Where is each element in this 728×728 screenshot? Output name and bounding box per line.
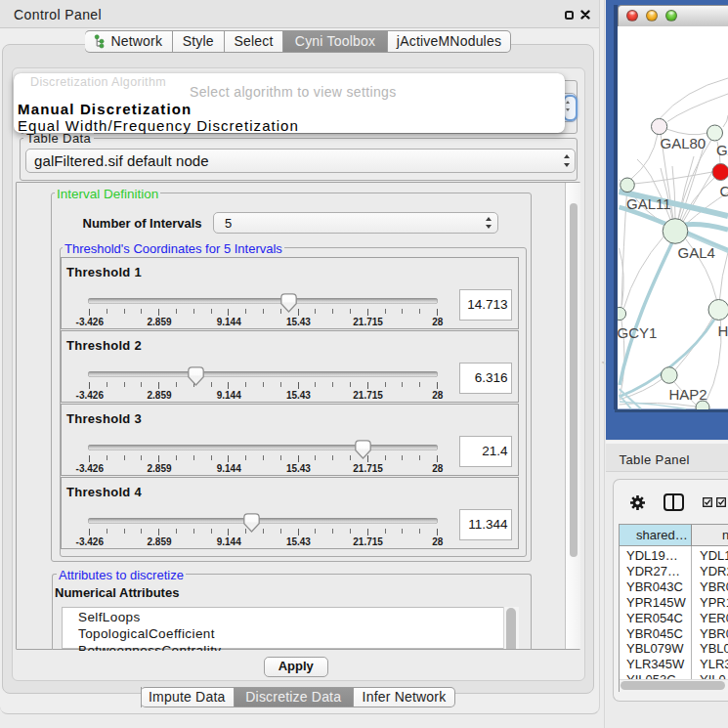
- svg-text:HAP2: HAP2: [669, 386, 707, 403]
- svg-text:GAL80: GAL80: [661, 135, 707, 151]
- svg-text:H: H: [718, 322, 728, 339]
- svg-text:GAL11: GAL11: [626, 195, 671, 212]
- svg-text:GA: GA: [716, 142, 728, 158]
- svg-text:C: C: [720, 183, 728, 199]
- svg-text:GAL4: GAL4: [678, 244, 715, 261]
- svg-text:GCY1: GCY1: [618, 324, 657, 341]
